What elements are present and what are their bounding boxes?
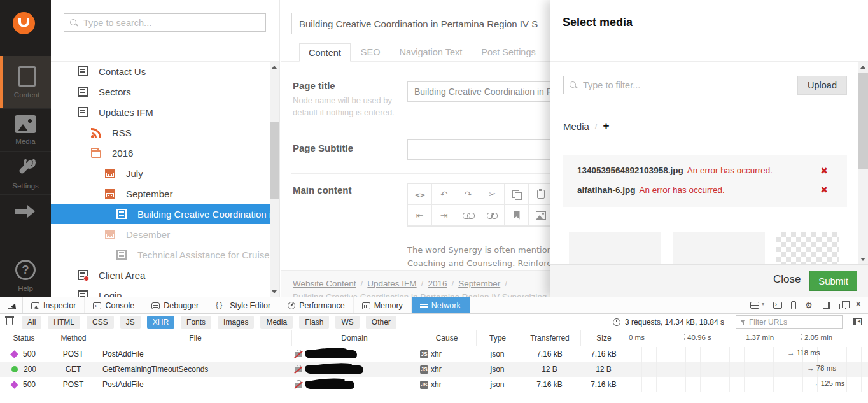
tree-item[interactable]: Client Area	[51, 265, 270, 285]
editor-tab[interactable]: Post Settings	[472, 43, 544, 62]
breadcrumb-link[interactable]: September	[458, 279, 500, 288]
rte-button[interactable]	[480, 184, 505, 205]
request-filter-button[interactable]: JS	[120, 316, 141, 329]
settings-gear-icon[interactable]	[805, 301, 814, 310]
tree-search-input[interactable]	[64, 14, 265, 31]
request-filter-button[interactable]: Images	[218, 316, 254, 329]
rte-button[interactable]	[480, 205, 505, 226]
scroll-down-icon[interactable]	[858, 254, 868, 264]
scroll-down-icon[interactable]	[270, 286, 279, 297]
tree-item[interactable]: RSS	[51, 122, 270, 143]
umbraco-logo-icon[interactable]	[13, 12, 35, 34]
rail-section[interactable]: Media	[0, 108, 51, 151]
rail-section[interactable]: Content	[0, 56, 51, 108]
rte-button[interactable]	[456, 205, 480, 226]
tree-item[interactable]: Contact Us	[51, 61, 270, 81]
breadcrumb-link[interactable]: 2016	[428, 279, 447, 288]
tree-item[interactable]: Technical Assistance for Cruise C	[51, 244, 270, 265]
close-icon[interactable]	[855, 301, 862, 310]
devtools-tab[interactable]: Style Editor	[207, 297, 279, 313]
rte-button[interactable]	[408, 205, 432, 226]
rte-button[interactable]	[456, 184, 480, 205]
rte-content[interactable]: The word Synergy is often mentioned,Coac…	[407, 243, 565, 270]
devtools-tab[interactable]: Console	[85, 297, 143, 313]
request-filter-button[interactable]: Media	[260, 316, 293, 329]
devtools-tab[interactable]: Memory	[354, 297, 412, 313]
network-request-row[interactable]: 500 POST PostAddFile JSxhr json 7.16 kB …	[0, 377, 868, 392]
scrollbar-thumb[interactable]	[858, 73, 868, 169]
rte-button[interactable]	[432, 205, 456, 226]
request-filter-button[interactable]: HTML	[48, 316, 80, 329]
request-filter-button[interactable]: CSS	[87, 316, 114, 329]
tree-item[interactable]: September	[51, 183, 270, 204]
tree-item[interactable]: 2016	[51, 143, 270, 163]
request-filter-button[interactable]: WS	[335, 316, 359, 329]
rte-button[interactable]	[529, 205, 553, 226]
rte-button[interactable]	[505, 205, 529, 226]
devtools-tab[interactable]: Network	[412, 297, 470, 313]
media-filter-input[interactable]	[564, 76, 773, 94]
remove-file-button[interactable]: ✖	[820, 166, 828, 176]
network-column-header[interactable]: Transferred	[519, 330, 580, 346]
dialog-scrollbar[interactable]	[858, 62, 868, 264]
breadcrumb-link[interactable]: Updates IFM	[367, 279, 416, 288]
network-column-header[interactable]: Status	[0, 330, 48, 346]
separate-window-icon[interactable]	[839, 304, 846, 309]
frame-select-icon[interactable]	[750, 302, 759, 309]
dock-side-icon[interactable]	[823, 302, 830, 309]
devtools-tab[interactable]: Debugger	[143, 297, 207, 313]
responsive-mode-icon[interactable]	[791, 301, 796, 309]
tree-item[interactable]: Desember	[51, 224, 270, 244]
request-filter-button[interactable]: Flash	[299, 316, 329, 329]
network-request-row[interactable]: 500 POST PostAddFile JSxhr json 7.16 kB …	[0, 346, 868, 362]
rte-button[interactable]	[505, 184, 529, 205]
media-folder-thumbnail[interactable]	[569, 232, 661, 264]
tree-item[interactable]: Building Creative Coordination in	[51, 204, 270, 224]
rte-button[interactable]	[408, 184, 432, 205]
tree-item[interactable]: Updates IFM	[51, 102, 270, 122]
editor-tab[interactable]: Navigation Text	[390, 43, 471, 62]
tree-scrollbar[interactable]	[270, 62, 279, 297]
network-column-header[interactable]: Cause	[417, 330, 476, 346]
scrollbar-thumb[interactable]	[270, 122, 279, 199]
network-request-row[interactable]: 200 GET GetRemainingTimeoutSeconds JSxhr…	[0, 362, 868, 377]
request-filter-button[interactable]: Other	[366, 316, 396, 329]
performance-analysis-icon[interactable]	[613, 318, 620, 326]
tree-item[interactable]: July	[51, 163, 270, 183]
media-root-link[interactable]: Media	[563, 121, 589, 132]
toggle-details-pane-icon[interactable]	[853, 318, 862, 325]
network-column-header[interactable]: Size	[580, 330, 627, 346]
console-split-icon[interactable]	[773, 302, 782, 309]
scroll-up-icon[interactable]	[858, 62, 868, 72]
submit-button[interactable]: Submit	[809, 271, 857, 291]
editor-tab[interactable]: Content	[299, 43, 351, 62]
remove-file-button[interactable]: ✖	[820, 185, 828, 195]
rail-section[interactable]: Settings	[0, 151, 51, 194]
clear-requests-icon[interactable]	[6, 318, 13, 325]
media-image-thumbnail[interactable]	[776, 232, 839, 264]
devtools-tab[interactable]: Performance	[279, 297, 354, 313]
tree-item[interactable]: Login	[51, 285, 270, 297]
network-column-header[interactable]: Type	[476, 330, 519, 346]
rte-button[interactable]	[432, 184, 456, 205]
request-filter-button[interactable]: XHR	[147, 316, 174, 329]
url-filter-input[interactable]	[749, 318, 825, 327]
devtools-tab[interactable]: Inspector	[23, 297, 85, 313]
request-filter-button[interactable]: Fonts	[181, 316, 211, 329]
media-folder-thumbnail[interactable]	[673, 232, 765, 264]
rte-button[interactable]	[529, 184, 553, 205]
network-column-header[interactable]: Method	[48, 330, 99, 346]
rail-section[interactable]	[0, 194, 51, 232]
editor-tab[interactable]: SEO	[352, 43, 389, 62]
close-button[interactable]: Close	[773, 273, 801, 286]
upload-button[interactable]: Upload	[797, 76, 847, 95]
breadcrumb-link[interactable]: Website Content	[293, 279, 356, 288]
request-filter-button[interactable]: All	[22, 316, 41, 329]
pick-element-button[interactable]	[0, 297, 23, 313]
rail-section[interactable]: Help	[0, 255, 51, 297]
network-column-header[interactable]: Domain	[291, 330, 417, 346]
network-column-header[interactable]: File	[99, 330, 291, 346]
tree-item[interactable]: Sectors	[51, 81, 270, 102]
scroll-up-icon[interactable]	[270, 62, 279, 72]
add-media-button[interactable]: +	[603, 120, 609, 132]
